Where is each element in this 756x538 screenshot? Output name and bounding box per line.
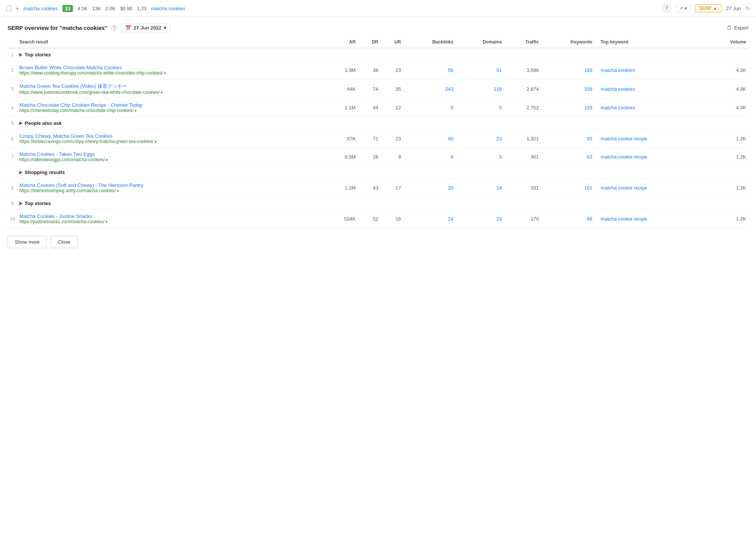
result-cell: Matcha Cookies - Takes Two Eggs https://… bbox=[17, 148, 325, 166]
col-volume: Volume bbox=[706, 36, 748, 48]
show-more-button[interactable]: Show more bbox=[8, 236, 47, 248]
volume-cell: 1.2K bbox=[706, 148, 748, 166]
top-keyword-value[interactable]: matcha cookie recipe bbox=[601, 154, 647, 160]
keywords-cell[interactable]: 133 bbox=[541, 99, 595, 117]
date-selector[interactable]: 📅 27 Jun 2022 ▾ bbox=[121, 23, 171, 33]
domains-cell[interactable]: 116 bbox=[456, 79, 504, 99]
stat-4: $0.90 bbox=[120, 6, 133, 11]
plus-icon[interactable]: + bbox=[16, 5, 19, 11]
special-row: 5 People also ask bbox=[8, 117, 748, 130]
ar-cell: 6.5M bbox=[325, 148, 358, 166]
col-top-keyword: Top keyword bbox=[595, 36, 706, 48]
top-keyword-value[interactable]: matcha cookies bbox=[601, 86, 635, 92]
domains-cell[interactable]: 14 bbox=[456, 179, 504, 197]
domains-cell[interactable]: 5 bbox=[456, 148, 504, 166]
keywords-cell[interactable]: 339 bbox=[541, 79, 595, 99]
special-label: People also ask bbox=[19, 120, 746, 126]
result-title[interactable]: Brown Butter White Chocolate Matcha Cook… bbox=[19, 65, 323, 70]
top-keyword-value[interactable]: matcha cookie recipe bbox=[601, 216, 647, 222]
top-keyword-value[interactable]: matcha cookies bbox=[601, 105, 635, 110]
result-title[interactable]: Crispy, Chewy, Matcha Green Tea Cookies bbox=[19, 133, 323, 139]
keywords-cell[interactable]: 66 bbox=[541, 210, 595, 228]
trend-button[interactable]: ↗ ▾ bbox=[676, 4, 690, 12]
row-num: 5 bbox=[8, 117, 17, 130]
traffic-cell: 170 bbox=[504, 210, 541, 228]
special-label-text: People also ask bbox=[25, 120, 62, 126]
dr-cell: 74 bbox=[358, 79, 380, 99]
backlinks-cell[interactable]: 24 bbox=[403, 210, 456, 228]
serp-button[interactable]: SERP ▲ bbox=[695, 4, 722, 12]
backlinks-cell[interactable]: 20 bbox=[403, 179, 456, 197]
backlinks-cell[interactable]: 56 bbox=[403, 61, 456, 79]
result-cell: Crispy, Chewy, Matcha Green Tea Cookies … bbox=[17, 130, 325, 148]
col-backlinks: Backlinks bbox=[403, 36, 456, 48]
ar-cell: 1.2M bbox=[325, 179, 358, 197]
col-ar: AR bbox=[325, 36, 358, 48]
row-checkbox[interactable] bbox=[6, 6, 11, 11]
top-keyword-value[interactable]: matcha cookie recipe bbox=[601, 185, 647, 191]
backlinks-cell[interactable]: 243 bbox=[403, 79, 456, 99]
domains-cell[interactable]: 23 bbox=[456, 210, 504, 228]
trend-dropdown-icon: ▾ bbox=[685, 6, 687, 11]
volume-cell: 1.2K bbox=[706, 179, 748, 197]
table-row: 8 Matcha Cookies (Soft and Chewy) - The … bbox=[8, 179, 748, 197]
trend-icon: ↗ bbox=[679, 6, 683, 11]
ur-cell: 23 bbox=[380, 130, 403, 148]
special-row: 9 Top stories bbox=[8, 197, 748, 210]
url-arrow-icon: ▾ bbox=[106, 220, 107, 224]
close-button[interactable]: Close bbox=[51, 236, 78, 248]
result-url[interactable]: https://kirbiecravings.com/crispy-chewy-… bbox=[19, 139, 323, 144]
ur-cell: 16 bbox=[380, 210, 403, 228]
backlinks-cell[interactable]: 5 bbox=[403, 99, 456, 117]
result-url[interactable]: https://www.cooking-therapy.com/matcha-w… bbox=[19, 70, 323, 76]
result-url[interactable]: https://takestwoeggs.com/matcha-cookies/… bbox=[19, 157, 323, 162]
result-url[interactable]: https://cheneetoday.com/matcha-chocolate… bbox=[19, 108, 323, 113]
result-title[interactable]: Matcha Cookies - Justine Snacks bbox=[19, 213, 323, 219]
special-label-cell: Top stories bbox=[17, 48, 748, 61]
row-num: 6 bbox=[8, 130, 17, 148]
row-num bbox=[8, 166, 17, 179]
result-cell: Matcha Chocolate Chip Cookies Recipe - C… bbox=[17, 99, 325, 117]
result-title[interactable]: Matcha Green Tea Cookies (Video) 抹茶クッキー bbox=[19, 83, 323, 90]
row-num: 10 bbox=[8, 210, 17, 228]
keywords-cell[interactable]: 93 bbox=[541, 130, 595, 148]
domains-cell[interactable]: 51 bbox=[456, 61, 504, 79]
col-traffic: Traffic bbox=[504, 36, 541, 48]
ur-cell: 23 bbox=[380, 61, 403, 79]
count-badge: 7 bbox=[662, 4, 671, 13]
volume-cell: 1.2K bbox=[706, 210, 748, 228]
result-url[interactable]: https://theheirloompeg antry.co/matcha-c… bbox=[19, 188, 323, 193]
result-title[interactable]: Matcha Cookies (Soft and Chewy) - The He… bbox=[19, 182, 323, 188]
volume-cell: 1.2K bbox=[706, 130, 748, 148]
result-url[interactable]: https://justinesnacks.com/matcha-cookies… bbox=[19, 219, 323, 224]
result-url[interactable]: https://www.justonecookbook.com/green-te… bbox=[19, 90, 323, 95]
help-icon[interactable]: ? bbox=[111, 25, 117, 31]
col-search-result: Search result bbox=[17, 36, 325, 48]
keywords-cell[interactable]: 63 bbox=[541, 148, 595, 166]
special-label-cell: Top stories bbox=[17, 197, 748, 210]
backlinks-cell[interactable]: 6 bbox=[403, 148, 456, 166]
domains-cell[interactable]: 5 bbox=[456, 99, 504, 117]
date-dropdown-icon: ▾ bbox=[164, 25, 166, 31]
top-keyword-value[interactable]: matcha cookies bbox=[601, 67, 635, 73]
keywords-cell[interactable]: 101 bbox=[541, 179, 595, 197]
result-title[interactable]: Matcha Chocolate Chip Cookies Recipe - C… bbox=[19, 102, 323, 108]
title-area: SERP overview for "matcha cookies" ? 📅 2… bbox=[8, 23, 171, 33]
special-label-cell: People also ask bbox=[17, 117, 748, 130]
page-title: SERP overview for "matcha cookies" bbox=[8, 25, 107, 31]
backlinks-cell[interactable]: 40 bbox=[403, 130, 456, 148]
url-arrow-icon: ▾ bbox=[155, 140, 157, 144]
table-row: 7 Matcha Cookies - Takes Two Eggs https:… bbox=[8, 148, 748, 166]
dr-cell: 43 bbox=[358, 179, 380, 197]
result-title[interactable]: Matcha Cookies - Takes Two Eggs bbox=[19, 151, 323, 157]
refresh-icon[interactable]: ↻ bbox=[745, 5, 750, 11]
row-num: 9 bbox=[8, 197, 17, 210]
result-cell: Matcha Cookies (Soft and Chewy) - The He… bbox=[17, 179, 325, 197]
special-label-text: Top stories bbox=[25, 52, 51, 58]
export-button[interactable]: 🗒 Export bbox=[727, 25, 748, 31]
stat-5: 1.23 bbox=[137, 6, 146, 11]
domains-cell[interactable]: 23 bbox=[456, 130, 504, 148]
top-keyword-value[interactable]: matcha cookie recipe bbox=[601, 136, 647, 141]
keywords-cell[interactable]: 193 bbox=[541, 61, 595, 79]
special-row: 1 Top stories bbox=[8, 48, 748, 61]
